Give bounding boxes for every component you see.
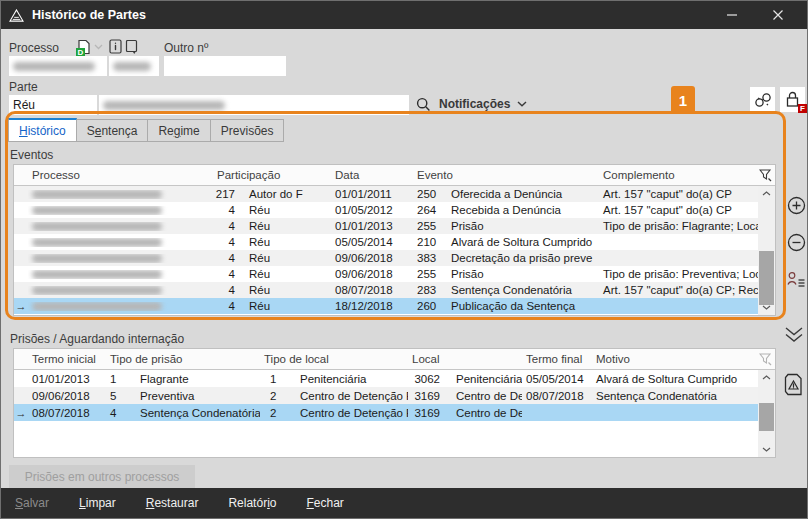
col-participacao[interactable]: Participação (213, 169, 331, 181)
prisoes-scroll-thumb[interactable] (759, 403, 774, 431)
col-local[interactable]: Local (408, 353, 522, 365)
tipo-local-num: 2 (260, 390, 290, 402)
processo-document-icon[interactable]: D (75, 38, 92, 56)
redacted-text (32, 270, 162, 279)
tipo-prisao-num: 5 (106, 390, 132, 402)
scroll-down-icon[interactable] (758, 300, 775, 315)
tab-regime[interactable]: Regime (148, 119, 210, 142)
outro-numero-label: Outro nº (164, 41, 208, 55)
table-row[interactable]: 09/06/20185Preventiva2Centro de Detenção… (14, 387, 758, 404)
handcuffs-icon[interactable] (750, 87, 775, 112)
processo-copy-icon[interactable] (125, 39, 139, 55)
evento: Recebida a Denúncia (447, 204, 599, 216)
col-processo[interactable]: Processo (28, 169, 213, 181)
prisoes-table-header: Termo inicial Tipo de prisão Tipo de loc… (14, 349, 775, 370)
table-row[interactable]: 217Autor do F01/01/2011250Oferecida a De… (14, 186, 758, 202)
restaurar-button[interactable]: Restaurar (146, 496, 199, 510)
evento-num: 260 (413, 300, 447, 312)
redacted-processo (28, 302, 213, 311)
evento-num: 250 (413, 188, 447, 200)
participacao: Réu (245, 284, 331, 296)
relatorio-button[interactable]: Relatório (228, 496, 276, 510)
tipo-local-num: 1 (260, 373, 290, 385)
eventos-table-body: 217Autor do F01/01/2011250Oferecida a De… (14, 186, 775, 314)
participacao-num: 4 (213, 284, 237, 296)
chevron-down-icon (517, 101, 527, 107)
col-termo-final[interactable]: Termo final (522, 353, 592, 365)
redacted-processo (28, 270, 213, 279)
processo-label: Processo (9, 41, 59, 55)
double-chevron-down-icon[interactable] (784, 326, 804, 343)
parte-nome-field[interactable] (99, 95, 409, 115)
motivo: Sentença Condenatória (592, 390, 758, 402)
redacted-text (32, 190, 162, 199)
tab-previsoes[interactable]: Previsões (211, 119, 285, 142)
col-data[interactable]: Data (331, 169, 413, 181)
tipo-prisao-num: 4 (106, 407, 132, 419)
redacted-text (32, 206, 162, 215)
minimize-button[interactable] (709, 1, 755, 29)
outro-numero-field[interactable] (164, 56, 286, 76)
document-warning-icon[interactable] (783, 373, 804, 396)
scroll-up-icon[interactable] (758, 370, 775, 385)
col-motivo[interactable]: Motivo (592, 353, 755, 365)
evento: Publicação da Sentença (447, 300, 599, 312)
table-row[interactable]: 4Réu09/06/2018383Decretação da prisão pr… (14, 250, 758, 266)
table-row[interactable]: 4Réu01/05/2012264Recebida a DenúnciaArt.… (14, 202, 758, 218)
zoom-in-icon[interactable] (787, 196, 806, 215)
parte-tipo-value: Réu (13, 98, 35, 112)
eventos-scrollbar[interactable] (758, 186, 775, 315)
table-row[interactable]: 01/01/20131Flagrante1Penitenciária3062Pe… (14, 370, 758, 387)
parte-tipo-field[interactable]: Réu (9, 95, 97, 115)
col-evento[interactable]: Evento (413, 169, 599, 181)
tab-sentenca[interactable]: Sentença (77, 119, 149, 142)
evento: Alvará de Soltura Cumprido (447, 236, 599, 248)
col-termo-inicial[interactable]: Termo inicial (28, 353, 106, 365)
table-row[interactable]: 4Réu08/07/2018283Sentença CondenatóriaAr… (14, 282, 758, 298)
table-row[interactable]: →4Réu18/12/2018260Publicação da Sentença (14, 298, 758, 314)
person-list-icon[interactable] (787, 271, 806, 288)
evento-num: 383 (413, 252, 447, 264)
fechar-button[interactable]: Fechar (306, 496, 343, 510)
zoom-out-icon[interactable] (787, 233, 806, 252)
bottom-toolbar: Salvar Limpar Restaurar Relatório Fechar (1, 488, 807, 518)
col-tipo-prisao[interactable]: Tipo de prisão (106, 353, 260, 365)
prisoes-filter-icon[interactable] (755, 353, 775, 366)
notificacoes-label: Notificações (439, 97, 510, 111)
redacted-processo (28, 254, 213, 263)
data: 18/12/2018 (331, 300, 413, 312)
salvar-button[interactable]: Salvar (15, 496, 49, 510)
processo-info-icon[interactable] (109, 39, 122, 54)
table-row[interactable]: 4Réu09/06/2018255PrisãoTipo de prisão: P… (14, 266, 758, 282)
table-row[interactable]: 4Réu01/01/2013255PrisãoTipo de prisão: F… (14, 218, 758, 234)
notificacoes-dropdown[interactable]: Notificações (439, 97, 527, 111)
col-tipo-local[interactable]: Tipo de local (260, 353, 408, 365)
lock-icon[interactable]: F (780, 87, 805, 112)
table-row[interactable]: 4Réu05/05/2014210Alvará de Soltura Cumpr… (14, 234, 758, 250)
processo-digito-field[interactable] (109, 56, 159, 76)
eventos-filter-icon[interactable] (755, 169, 775, 182)
participacao: Autor do F (245, 188, 331, 200)
tipo-local: Centro de Detenção P (290, 407, 408, 419)
col-complemento[interactable]: Complemento (599, 169, 755, 181)
tab-historico[interactable]: Histórico (8, 118, 77, 142)
data: 08/07/2018 (331, 284, 413, 296)
data: 01/05/2012 (331, 204, 413, 216)
data: 09/06/2018 (331, 268, 413, 280)
tipo-prisao: Preventiva (132, 390, 260, 402)
redacted-processo (28, 286, 213, 295)
prisoes-outros-processos-button[interactable]: Prisões em outros processos (9, 465, 195, 489)
scroll-down-icon[interactable] (758, 442, 775, 457)
evento: Oferecida a Denúncia (447, 188, 599, 200)
eventos-scroll-thumb[interactable] (759, 251, 774, 305)
table-row[interactable]: →08/07/20184Sentença Condenatória2Centro… (14, 404, 758, 421)
scroll-up-icon[interactable] (758, 186, 775, 201)
processo-numero-field[interactable] (9, 56, 107, 76)
processo-dropdown-chevron-icon[interactable] (94, 44, 103, 50)
historico-de-partes-window: Histórico de Partes Processo D Outro nº … (0, 0, 808, 519)
search-icon[interactable] (416, 97, 431, 112)
close-button[interactable] (755, 1, 801, 29)
prisoes-scrollbar[interactable] (758, 370, 775, 457)
tipo-local: Centro de Detenção P (290, 390, 408, 402)
limpar-button[interactable]: Limpar (79, 496, 116, 510)
